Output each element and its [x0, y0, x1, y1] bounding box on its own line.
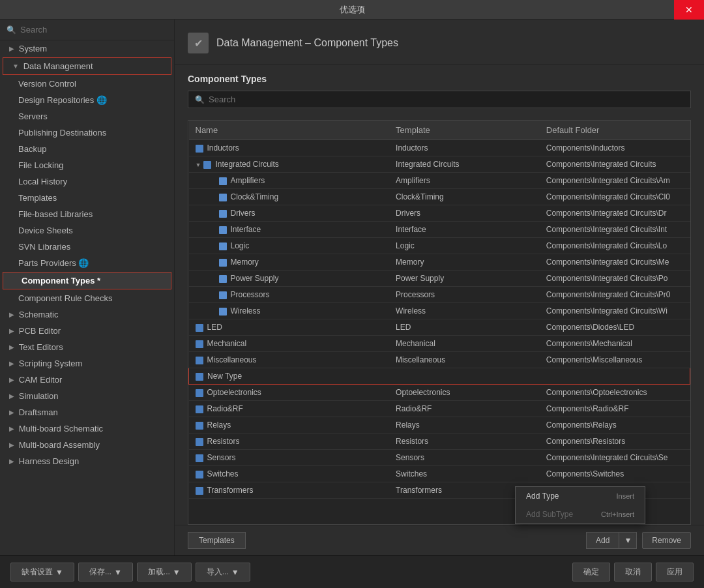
- sidebar-item-schematic[interactable]: ▶ Schematic: [0, 306, 174, 323]
- sidebar-arrow-multiboard-assembly: ▶: [9, 441, 16, 448]
- sidebar-item-parts-providers[interactable]: Parts Providers 🌐: [0, 255, 174, 271]
- save-button[interactable]: 保存... ▼: [78, 563, 133, 581]
- sidebar-label-file-locking: File Locking: [18, 160, 63, 170]
- sidebar-label-servers: Servers: [18, 111, 48, 121]
- sidebar-item-servers[interactable]: Servers: [0, 108, 174, 125]
- td-template: Relays: [389, 417, 540, 434]
- table-row[interactable]: SensorsSensorsComponents\Integrated Circ…: [189, 450, 690, 466]
- table-row[interactable]: Radio&RFRadio&RFComponents\Radio&RF: [189, 401, 690, 417]
- add-type-option[interactable]: Add Type Insert: [516, 487, 645, 505]
- table-row[interactable]: AmplifiersAmplifiersComponents\Integrate…: [189, 173, 690, 189]
- sidebar-item-multiboard-schematic[interactable]: ▶ Multi-board Schematic: [0, 420, 174, 437]
- td-template: Power Supply: [389, 271, 540, 287]
- sidebar-item-system[interactable]: ▶ System: [0, 40, 174, 57]
- sidebar-item-scripting-system[interactable]: ▶ Scripting System: [0, 355, 174, 372]
- sidebar-item-backup[interactable]: Backup: [0, 141, 174, 157]
- sidebar-item-data-management[interactable]: ▼ Data Management: [3, 57, 171, 75]
- table-row[interactable]: ▼Integrated CircuitsIntegrated CircuitsC…: [189, 156, 690, 173]
- add-button[interactable]: Add: [586, 532, 619, 549]
- sidebar-item-publishing[interactable]: Publishing Destinations: [0, 125, 174, 141]
- table-row[interactable]: MiscellaneousMiscellaneousComponents\Mis…: [189, 352, 690, 368]
- import-button[interactable]: 导入... ▼: [196, 563, 250, 581]
- td-folder: Components\Integrated Circuits\Dr: [540, 205, 690, 222]
- defaults-button[interactable]: 缺省设置 ▼: [10, 563, 74, 581]
- td-name: Miscellaneous: [189, 352, 390, 368]
- sidebar-arrow-pcb-editor: ▶: [9, 327, 16, 334]
- table-row[interactable]: Clock&TimingClock&TimingComponents\Integ…: [189, 189, 690, 205]
- remove-button[interactable]: Remove: [642, 532, 691, 549]
- table-row[interactable]: New Type: [189, 368, 690, 385]
- row-icon: [219, 275, 227, 283]
- sidebar-item-file-based-libraries[interactable]: File-based Libraries: [0, 206, 174, 222]
- table-row[interactable]: MemoryMemoryComponents\Integrated Circui…: [189, 254, 690, 271]
- table-row[interactable]: InterfaceInterfaceComponents\Integrated …: [189, 222, 690, 238]
- table-row[interactable]: LogicLogicComponents\Integrated Circuits…: [189, 238, 690, 254]
- td-name: Radio&RF: [189, 401, 390, 417]
- sidebar-item-svn-libraries[interactable]: SVN Libraries: [0, 239, 174, 255]
- component-types-table: Name Template Default Folder InductorsIn…: [188, 121, 690, 499]
- table-search-input[interactable]: [209, 95, 684, 104]
- table-row[interactable]: InductorsInductorsComponents\Inductors: [189, 140, 690, 156]
- sidebar-item-cam-editor[interactable]: ▶ CAM Editor: [0, 372, 174, 388]
- add-dropdown-arrow[interactable]: ▼: [619, 532, 637, 549]
- collapse-arrow[interactable]: ▼: [196, 162, 201, 168]
- table-body: InductorsInductorsComponents\Inductors ▼…: [189, 140, 690, 499]
- cancel-button[interactable]: 取消: [614, 563, 652, 581]
- sidebar-item-component-types[interactable]: Component Types *: [3, 272, 171, 289]
- td-folder: Components\Integrated Circuits\Am: [540, 173, 690, 189]
- import-arrow: ▼: [231, 568, 239, 577]
- sidebar-label-simulation: Simulation: [19, 391, 59, 401]
- table-row[interactable]: RelaysRelaysComponents\Relays: [189, 417, 690, 434]
- table-container[interactable]: Name Template Default Folder InductorsIn…: [188, 120, 691, 525]
- page-header-title: Data Management – Component Types: [216, 37, 398, 49]
- table-row[interactable]: WirelessWirelessComponents\Integrated Ci…: [189, 303, 690, 319]
- sidebar-arrow-draftsman: ▶: [9, 409, 16, 416]
- sidebar-label-templates: Templates: [18, 193, 57, 203]
- templates-button[interactable]: Templates: [188, 532, 246, 549]
- table-row[interactable]: Power SupplyPower SupplyComponents\Integ…: [189, 271, 690, 287]
- table-row[interactable]: ResistorsResistorsComponents\Resistors: [189, 434, 690, 450]
- td-folder: Components\Mechanical: [540, 336, 690, 352]
- table-row[interactable]: LEDLEDComponents\Diodes\LED: [189, 319, 690, 336]
- apply-button[interactable]: 应用: [656, 563, 694, 581]
- td-folder: Components\Diodes\LED: [540, 319, 690, 336]
- sidebar-item-design-repos[interactable]: Design Repositories 🌐: [0, 92, 174, 108]
- bottom-bar-left: Templates: [188, 532, 246, 549]
- sidebar-item-multiboard-assembly[interactable]: ▶ Multi-board Assembly: [0, 437, 174, 453]
- sidebar-item-draftsman[interactable]: ▶ Draftsman: [0, 404, 174, 420]
- add-subtype-option[interactable]: Add SubType Ctrl+Insert: [516, 505, 645, 523]
- sidebar-search-input[interactable]: [20, 25, 168, 35]
- table-row[interactable]: DriversDriversComponents\Integrated Circ…: [189, 205, 690, 222]
- confirm-button[interactable]: 确定: [572, 563, 610, 581]
- sidebar-label-component-types: Component Types *: [22, 276, 100, 286]
- sidebar-label-design-repos: Design Repositories 🌐: [18, 95, 107, 105]
- sidebar-item-templates[interactable]: Templates: [0, 190, 174, 206]
- sidebar-item-pcb-editor[interactable]: ▶ PCB Editor: [0, 323, 174, 339]
- sidebar-item-simulation[interactable]: ▶ Simulation: [0, 388, 174, 404]
- sidebar-item-device-sheets[interactable]: Device Sheets: [0, 222, 174, 239]
- td-folder: Components\Optoelectronics: [540, 385, 690, 401]
- sidebar-item-text-editors[interactable]: ▶ Text Editors: [0, 339, 174, 355]
- sidebar-items-container: ▶ System▼ Data ManagementVersion Control…: [0, 40, 174, 469]
- sidebar-arrow-cam-editor: ▶: [9, 376, 16, 383]
- table-row[interactable]: MechanicalMechanicalComponents\Mechanica…: [189, 336, 690, 352]
- table-row[interactable]: SwitchesSwitchesComponents\Switches: [189, 466, 690, 482]
- sidebar: 🔍 ▶ System▼ Data ManagementVersion Contr…: [0, 20, 175, 555]
- row-icon: [196, 438, 203, 446]
- td-name: Resistors: [189, 434, 390, 450]
- sidebar-label-text-editors: Text Editors: [19, 342, 63, 352]
- sidebar-arrow-data-management: ▼: [12, 63, 21, 70]
- sidebar-item-component-rule-checks[interactable]: Component Rule Checks: [0, 290, 174, 306]
- row-icon: [196, 340, 203, 348]
- sidebar-item-file-locking[interactable]: File Locking: [0, 157, 174, 173]
- content-area: ✔ Data Management – Component Types Comp…: [175, 20, 704, 555]
- sidebar-item-local-history[interactable]: Local History: [0, 173, 174, 190]
- close-button[interactable]: ✕: [674, 0, 704, 20]
- td-name: Sensors: [189, 450, 390, 466]
- table-row[interactable]: OptoelectronicsOptoelectronicsComponents…: [189, 385, 690, 401]
- td-folder: Components\Integrated Circuits\Lo: [540, 238, 690, 254]
- sidebar-item-version-control[interactable]: Version Control: [0, 76, 174, 92]
- load-button[interactable]: 加载... ▼: [137, 563, 192, 581]
- sidebar-item-harness-design[interactable]: ▶ Harness Design: [0, 453, 174, 469]
- table-row[interactable]: ProcessorsProcessorsComponents\Integrate…: [189, 287, 690, 303]
